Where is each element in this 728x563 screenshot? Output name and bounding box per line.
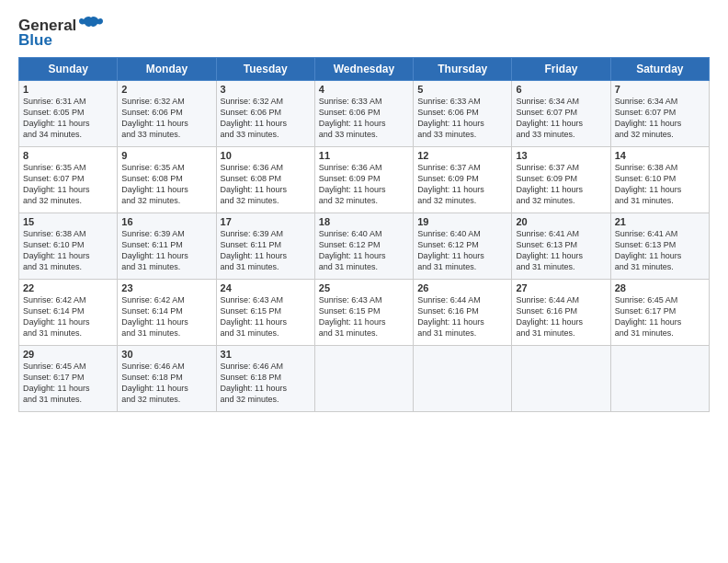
day-number: 10 [221, 150, 311, 161]
day-cell: 27Sunrise: 6:44 AM Sunset: 6:16 PM Dayli… [512, 280, 610, 346]
day-number: 27 [516, 282, 606, 293]
day-cell: 15Sunrise: 6:38 AM Sunset: 6:10 PM Dayli… [19, 213, 118, 280]
day-number: 19 [417, 216, 507, 227]
day-cell: 24Sunrise: 6:43 AM Sunset: 6:15 PM Dayli… [216, 280, 314, 346]
day-info: Sunrise: 6:38 AM Sunset: 6:10 PM Dayligh… [615, 162, 705, 207]
day-cell: 22Sunrise: 6:42 AM Sunset: 6:14 PM Dayli… [19, 280, 118, 346]
day-info: Sunrise: 6:34 AM Sunset: 6:07 PM Dayligh… [516, 96, 606, 141]
day-info: Sunrise: 6:36 AM Sunset: 6:09 PM Dayligh… [319, 162, 409, 207]
day-info: Sunrise: 6:37 AM Sunset: 6:09 PM Dayligh… [516, 162, 606, 207]
day-cell: 7Sunrise: 6:34 AM Sunset: 6:07 PM Daylig… [610, 81, 709, 147]
day-cell: 23Sunrise: 6:42 AM Sunset: 6:14 PM Dayli… [118, 280, 216, 346]
day-info: Sunrise: 6:32 AM Sunset: 6:06 PM Dayligh… [121, 96, 211, 141]
day-cell: 17Sunrise: 6:39 AM Sunset: 6:11 PM Dayli… [216, 213, 314, 280]
day-number: 21 [615, 216, 705, 227]
header-cell-friday: Friday [512, 58, 610, 81]
day-cell: 12Sunrise: 6:37 AM Sunset: 6:09 PM Dayli… [414, 147, 512, 213]
day-info: Sunrise: 6:45 AM Sunset: 6:17 PM Dayligh… [615, 294, 705, 339]
day-number: 9 [121, 150, 211, 161]
header-cell-tuesday: Tuesday [216, 58, 314, 81]
day-number: 8 [23, 150, 113, 161]
day-info: Sunrise: 6:35 AM Sunset: 6:07 PM Dayligh… [23, 162, 113, 207]
day-info: Sunrise: 6:33 AM Sunset: 6:06 PM Dayligh… [417, 96, 507, 141]
day-number: 1 [23, 84, 113, 95]
day-info: Sunrise: 6:34 AM Sunset: 6:07 PM Dayligh… [615, 96, 705, 141]
day-number: 16 [121, 216, 211, 227]
day-number: 14 [615, 150, 705, 161]
day-info: Sunrise: 6:40 AM Sunset: 6:12 PM Dayligh… [417, 228, 507, 273]
day-info: Sunrise: 6:33 AM Sunset: 6:06 PM Dayligh… [319, 96, 409, 141]
day-info: Sunrise: 6:39 AM Sunset: 6:11 PM Dayligh… [221, 228, 311, 273]
day-number: 26 [417, 282, 507, 293]
day-info: Sunrise: 6:39 AM Sunset: 6:11 PM Dayligh… [121, 228, 211, 273]
day-number: 13 [516, 150, 606, 161]
day-cell [414, 346, 512, 412]
header-cell-wednesday: Wednesday [314, 58, 413, 81]
day-cell: 18Sunrise: 6:40 AM Sunset: 6:12 PM Dayli… [314, 213, 413, 280]
day-info: Sunrise: 6:44 AM Sunset: 6:16 PM Dayligh… [516, 294, 606, 339]
logo: General Blue [18, 17, 104, 50]
header-row: SundayMondayTuesdayWednesdayThursdayFrid… [19, 58, 710, 81]
day-cell [512, 346, 610, 412]
day-cell: 31Sunrise: 6:46 AM Sunset: 6:18 PM Dayli… [216, 346, 314, 412]
day-info: Sunrise: 6:45 AM Sunset: 6:17 PM Dayligh… [23, 361, 113, 406]
day-info: Sunrise: 6:36 AM Sunset: 6:08 PM Dayligh… [221, 162, 311, 207]
day-number: 7 [615, 84, 705, 95]
day-cell: 11Sunrise: 6:36 AM Sunset: 6:09 PM Dayli… [314, 147, 413, 213]
day-number: 15 [23, 216, 113, 227]
day-number: 2 [121, 84, 211, 95]
header-cell-sunday: Sunday [19, 58, 118, 81]
week-row-2: 8Sunrise: 6:35 AM Sunset: 6:07 PM Daylig… [19, 147, 710, 213]
day-cell: 6Sunrise: 6:34 AM Sunset: 6:07 PM Daylig… [512, 81, 610, 147]
day-number: 25 [319, 282, 409, 293]
day-cell: 2Sunrise: 6:32 AM Sunset: 6:06 PM Daylig… [118, 81, 216, 147]
day-info: Sunrise: 6:41 AM Sunset: 6:13 PM Dayligh… [516, 228, 606, 273]
day-cell [314, 346, 413, 412]
day-info: Sunrise: 6:43 AM Sunset: 6:15 PM Dayligh… [221, 294, 311, 339]
day-cell: 5Sunrise: 6:33 AM Sunset: 6:06 PM Daylig… [414, 81, 512, 147]
day-info: Sunrise: 6:42 AM Sunset: 6:14 PM Dayligh… [121, 294, 211, 339]
day-cell: 14Sunrise: 6:38 AM Sunset: 6:10 PM Dayli… [610, 147, 709, 213]
day-number: 6 [516, 84, 606, 95]
day-info: Sunrise: 6:31 AM Sunset: 6:05 PM Dayligh… [23, 96, 113, 141]
header-cell-thursday: Thursday [414, 58, 512, 81]
day-info: Sunrise: 6:32 AM Sunset: 6:06 PM Dayligh… [221, 96, 311, 141]
week-row-5: 29Sunrise: 6:45 AM Sunset: 6:17 PM Dayli… [19, 346, 710, 412]
header: General Blue [18, 17, 710, 50]
day-cell: 29Sunrise: 6:45 AM Sunset: 6:17 PM Dayli… [19, 346, 118, 412]
day-cell: 16Sunrise: 6:39 AM Sunset: 6:11 PM Dayli… [118, 213, 216, 280]
day-number: 3 [221, 84, 311, 95]
day-cell: 25Sunrise: 6:43 AM Sunset: 6:15 PM Dayli… [314, 280, 413, 346]
logo-blue: Blue [18, 31, 52, 50]
day-cell [610, 346, 709, 412]
day-info: Sunrise: 6:46 AM Sunset: 6:18 PM Dayligh… [221, 361, 311, 406]
week-row-3: 15Sunrise: 6:38 AM Sunset: 6:10 PM Dayli… [19, 213, 710, 280]
day-number: 29 [23, 349, 113, 360]
day-cell: 28Sunrise: 6:45 AM Sunset: 6:17 PM Dayli… [610, 280, 709, 346]
week-row-4: 22Sunrise: 6:42 AM Sunset: 6:14 PM Dayli… [19, 280, 710, 346]
day-info: Sunrise: 6:42 AM Sunset: 6:14 PM Dayligh… [23, 294, 113, 339]
page: General Blue SundayMondayTuesdayWednesda… [0, 0, 728, 563]
day-number: 24 [221, 282, 311, 293]
day-cell: 19Sunrise: 6:40 AM Sunset: 6:12 PM Dayli… [414, 213, 512, 280]
day-number: 12 [417, 150, 507, 161]
day-number: 4 [319, 84, 409, 95]
day-info: Sunrise: 6:38 AM Sunset: 6:10 PM Dayligh… [23, 228, 113, 273]
day-info: Sunrise: 6:40 AM Sunset: 6:12 PM Dayligh… [319, 228, 409, 273]
day-cell: 9Sunrise: 6:35 AM Sunset: 6:08 PM Daylig… [118, 147, 216, 213]
day-info: Sunrise: 6:44 AM Sunset: 6:16 PM Dayligh… [417, 294, 507, 339]
day-info: Sunrise: 6:46 AM Sunset: 6:18 PM Dayligh… [121, 361, 211, 406]
day-cell: 20Sunrise: 6:41 AM Sunset: 6:13 PM Dayli… [512, 213, 610, 280]
day-cell: 13Sunrise: 6:37 AM Sunset: 6:09 PM Dayli… [512, 147, 610, 213]
week-row-1: 1Sunrise: 6:31 AM Sunset: 6:05 PM Daylig… [19, 81, 710, 147]
day-number: 17 [221, 216, 311, 227]
day-number: 18 [319, 216, 409, 227]
day-info: Sunrise: 6:35 AM Sunset: 6:08 PM Dayligh… [121, 162, 211, 207]
day-cell: 30Sunrise: 6:46 AM Sunset: 6:18 PM Dayli… [118, 346, 216, 412]
header-cell-monday: Monday [118, 58, 216, 81]
day-cell: 3Sunrise: 6:32 AM Sunset: 6:06 PM Daylig… [216, 81, 314, 147]
day-cell: 1Sunrise: 6:31 AM Sunset: 6:05 PM Daylig… [19, 81, 118, 147]
day-number: 28 [615, 282, 705, 293]
day-cell: 4Sunrise: 6:33 AM Sunset: 6:06 PM Daylig… [314, 81, 413, 147]
day-number: 31 [221, 349, 311, 360]
